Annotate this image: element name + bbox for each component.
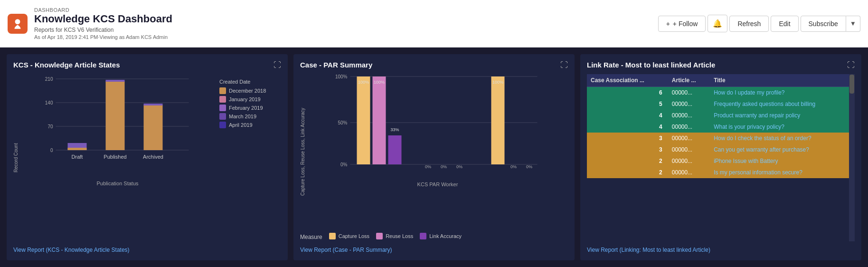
panel1-footer: View Report (KCS - Knowledge Article Sta… [13,241,281,254]
legend-title: Created Date [219,79,281,85]
panel3-title: Link Rate - Most to least linked Article [587,61,715,69]
cell-title-3[interactable]: What is your privacy policy? [710,121,855,133]
par-x-axis-title: KCS PAR Worker [307,181,568,187]
table-row: 2 00000... Is my personal information se… [587,167,855,178]
table-row: 5 00000... Frequently asked questions ab… [587,98,855,110]
link-table: Case Association ... Article ... Title 6… [587,74,855,178]
panel1-expand-button[interactable]: ⛶ [274,61,281,69]
cell-count-5: 3 [587,144,668,155]
legend-color-jan [219,96,226,103]
cell-id-4: 00000... [668,133,710,144]
par-legend-la: Link Accuracy [420,233,462,239]
panel2-expand-button[interactable]: ⛶ [560,61,568,69]
cell-count-2: 4 [587,110,668,121]
par-legend-cl-label: Capture Loss [339,233,369,239]
page-title: Knowledge KCS Dashboard [34,13,658,25]
panel3-table-wrap: Case Association ... Article ... Title 6… [587,74,855,241]
subscribe-button[interactable]: Subscribe [801,16,846,32]
svg-text:Published: Published [104,154,126,160]
legend-item-dec: December 2018 [219,87,281,94]
panel2-view-report-link[interactable]: View Report (Case - PAR Summary) [300,247,392,253]
link-table-body: 6 00000... How do I update my profile? 5… [587,87,855,179]
svg-rect-14 [144,104,163,105]
svg-text:33%: 33% [390,127,399,132]
svg-rect-10 [68,148,87,150]
legend-label-mar: March 2019 [229,114,256,119]
panel2-title: Case - PAR Summary [300,61,372,69]
panel3-footer: View Report (Linking: Most to least link… [587,241,855,254]
cell-title-2[interactable]: Product warranty and repair policy [710,110,855,121]
table-row: 4 00000... Product warranty and repair p… [587,110,855,121]
cell-title-1[interactable]: Frequently asked questions about billing [710,98,855,110]
cell-count-6: 2 [587,155,668,167]
bar-chart-svg: 210 140 70 0 [20,74,215,179]
cell-count-4: 3 [587,133,668,144]
svg-text:100%: 100% [358,80,369,85]
cell-count-0: 6 [587,87,668,99]
par-legend-measure-label: Measure [300,234,322,240]
subscribe-dropdown-button[interactable]: ▼ [846,16,860,32]
svg-rect-28 [388,135,402,164]
panel2-header: Case - PAR Summary ⛶ [300,61,568,69]
svg-text:100%: 100% [374,80,385,85]
cell-title-6[interactable]: iPhone Issue with Battery [710,155,855,167]
refresh-button[interactable]: Refresh [729,16,769,32]
header: DASHBOARD Knowledge KCS Dashboard Report… [0,0,868,48]
svg-text:70: 70 [47,124,53,129]
cell-title-0[interactable]: How do I update my profile? [710,87,855,99]
panel1-view-report-link[interactable]: View Report (KCS - Knowledge Article Sta… [13,247,130,253]
notification-button[interactable]: 🔔 [708,15,727,32]
panel3-view-report-link[interactable]: View Report (Linking: Most to least link… [587,247,710,253]
cell-id-2: 00000... [668,110,710,121]
subscribe-group: Subscribe ▼ [801,16,860,32]
table-row: 4 00000... What is your privacy policy? [587,121,855,133]
table-row: 6 00000... How do I update my profile? [587,87,855,99]
svg-text:140: 140 [45,100,53,105]
scrollbar-thumb[interactable] [849,75,854,94]
panel-par-summary: Case - PAR Summary ⛶ Capture Loss, Reuse… [293,54,575,260]
cell-count-7: 2 [587,167,668,178]
legend-label-feb: February 2019 [229,105,263,111]
panel3-header: Link Rate - Most to least linked Article… [587,61,855,69]
legend-color-apr [219,122,226,128]
page-date: As of Apr 18, 2019 2:41 PM·Viewing as Ad… [34,34,658,40]
bell-icon: 🔔 [713,19,722,28]
legend-label-apr: April 2019 [229,122,253,128]
link-table-scroll-area: Case Association ... Article ... Title 6… [587,74,855,241]
breadcrumb: DASHBOARD [34,7,658,13]
col-article-id: Article ... [668,74,710,87]
cell-id-0: 00000... [668,87,710,99]
legend-color-feb [219,105,226,111]
legend-item-jan: January 2019 [219,96,281,103]
par-y-label: Capture Loss, Reuse Loss, Link Accuracy [300,74,305,229]
edit-button[interactable]: Edit [771,16,798,32]
app-logo [8,14,28,34]
svg-rect-24 [357,76,370,164]
bar-chart-area: Record Count 210 140 70 0 [13,74,215,241]
legend-color-dec [219,87,226,94]
bar-chart: 210 140 70 0 [20,74,215,241]
par-legend-cl-color [329,233,336,239]
par-legend-la-label: Link Accuracy [429,233,462,239]
header-actions: + + Follow 🔔 Refresh Edit Subscribe ▼ [658,15,860,32]
cell-title-7[interactable]: Is my personal information secure? [710,167,855,178]
table-row: 3 00000... How do I check the status of … [587,133,855,144]
svg-text:0%: 0% [456,164,462,169]
follow-button[interactable]: + + Follow [658,16,706,32]
panel3-expand-button[interactable]: ⛶ [847,61,855,69]
svg-rect-26 [373,76,386,164]
col-title: Title [710,74,855,87]
y-axis-label: Record Count [13,74,19,241]
cell-title-5[interactable]: Can you get warranty after purchase? [710,144,855,155]
legend-item-mar: March 2019 [219,113,281,120]
cell-title-4[interactable]: How do I check the status of an order? [710,133,855,144]
panel1-header: KCS - Knowledge Article States ⛶ [13,61,281,69]
panel-link-rate: Link Rate - Most to least linked Article… [580,54,861,260]
cell-id-3: 00000... [668,121,710,133]
follow-label: + Follow [673,20,698,28]
svg-rect-13 [144,105,163,150]
svg-text:0%: 0% [441,164,447,169]
table-scrollbar[interactable] [849,74,855,241]
legend-label-jan: January 2019 [229,96,261,102]
svg-rect-33 [491,76,505,164]
